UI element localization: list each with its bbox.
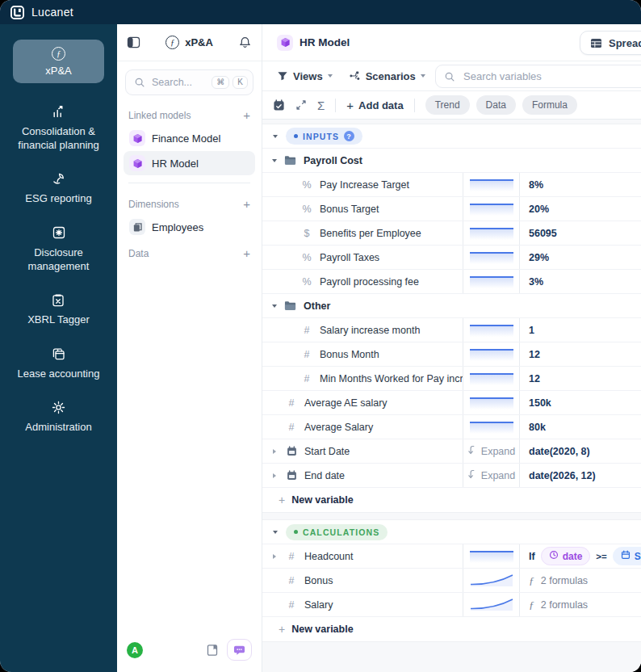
sidebar-item-label: Consolidation & financial planning <box>5 125 112 152</box>
bell-icon[interactable] <box>238 36 252 49</box>
table-row[interactable]: #Bonusƒ2 formulas <box>262 569 641 593</box>
collapse-caret-icon[interactable] <box>273 135 278 138</box>
section-header-row[interactable]: INPUTS? <box>262 124 641 149</box>
panel-item[interactable]: Finance Model <box>124 126 255 150</box>
add-data-button[interactable]: + <box>243 247 250 259</box>
table-row[interactable]: #Average Salary80k <box>262 415 641 439</box>
variable-trend-cell[interactable] <box>463 318 520 342</box>
variable-value-cell[interactable]: 56095 <box>520 221 641 245</box>
panel-item[interactable]: HR Model <box>124 151 255 175</box>
folder-row[interactable]: Other <box>262 294 641 318</box>
table-row[interactable]: Start DateExpanddate(2020, 8) <box>262 439 641 464</box>
collapse-caret-icon[interactable] <box>272 304 277 308</box>
dollar-icon: $ <box>301 228 312 239</box>
variable-value-cell[interactable]: 80k <box>520 415 641 439</box>
expand-caret-icon[interactable] <box>273 473 276 478</box>
table-row[interactable]: End dateExpanddate(2026, 12) <box>262 464 641 488</box>
sidebar-item-xbrl[interactable]: XBRL Tagger <box>23 292 94 327</box>
table-row[interactable]: #Salaryƒ2 formulas <box>262 593 641 617</box>
add-dimensions-button[interactable]: + <box>243 198 250 210</box>
variable-trend-cell[interactable] <box>463 221 520 245</box>
expand-caret-icon[interactable] <box>273 449 276 454</box>
table-row[interactable]: $Benefits per Employee56095 <box>262 221 641 246</box>
variable-value-cell[interactable]: 3% <box>520 270 641 293</box>
variable-value-cell[interactable]: date(2026, 12) <box>520 464 641 487</box>
table-toolbar: Σ + Add data TrendDataFormula <box>262 91 641 120</box>
variable-trend-cell[interactable]: Expand <box>463 464 520 487</box>
expand-arrows-icon[interactable] <box>295 99 307 111</box>
variable-search-input[interactable] <box>462 69 641 83</box>
panel-item[interactable]: Employees <box>124 215 255 239</box>
variable-trend-cell[interactable]: Expand <box>463 439 520 463</box>
chat-button[interactable] <box>227 639 252 661</box>
table-row[interactable]: %Payroll Taxes29% <box>262 246 641 270</box>
pill-formula[interactable]: Formula <box>522 95 577 115</box>
table-row[interactable]: #Average AE salary150k <box>262 391 641 415</box>
sidebar-item-disclosure[interactable]: Disclosure management <box>0 225 117 273</box>
help-icon[interactable]: ? <box>344 131 354 141</box>
table-row[interactable]: %Payroll processing fee3% <box>262 270 641 294</box>
variable-value-cell[interactable]: 20% <box>520 197 641 220</box>
variable-trend-cell[interactable] <box>463 173 520 196</box>
variable-trend-cell[interactable] <box>463 544 520 568</box>
variable-trend-cell[interactable] <box>463 367 520 390</box>
sidebar-item-consolidation[interactable]: Consolidation & financial planning <box>0 104 117 152</box>
table-row[interactable]: %Bonus Target20% <box>262 197 641 221</box>
section-header-row[interactable]: CALCULATIONS <box>262 520 641 544</box>
panel-search[interactable]: ⌘K <box>125 69 253 95</box>
docs-book-icon[interactable] <box>206 644 219 657</box>
new-variable-row[interactable]: +New variable <box>262 617 641 641</box>
scenarios-dropdown[interactable]: Scenarios <box>344 70 430 82</box>
variable-trend-cell[interactable] <box>463 569 520 592</box>
variable-value-cell[interactable]: ƒ2 formulas <box>520 569 641 592</box>
variable-value-cell[interactable]: date(2020, 8) <box>520 439 641 463</box>
collapse-caret-icon[interactable] <box>272 159 277 162</box>
panel-toggle-icon[interactable] <box>127 36 140 48</box>
calendar-check-icon[interactable] <box>273 99 285 111</box>
table-row[interactable]: #HeadcountIfdate>=Start Date <box>262 544 641 569</box>
sidebar-item-esg[interactable]: ESG reporting <box>20 171 96 206</box>
add-data-button[interactable]: + Add data <box>346 99 403 112</box>
expand-button[interactable]: Expand <box>467 445 515 457</box>
variable-value-cell[interactable]: 29% <box>520 246 641 269</box>
table-row[interactable]: %Pay Increase Target8% <box>262 173 641 197</box>
fx-circle-icon: ƒ <box>52 47 65 61</box>
variable-value-cell[interactable]: 12 <box>520 342 641 366</box>
spreadsheet-button[interactable]: Spreads <box>580 31 641 55</box>
variable-value-cell[interactable]: 150k <box>520 391 641 414</box>
sigma-icon[interactable]: Σ <box>317 99 325 112</box>
variable-value-cell[interactable]: 8% <box>520 173 641 196</box>
pill-trend[interactable]: Trend <box>425 95 470 115</box>
table-row[interactable]: #Salary increase month1 <box>262 318 641 342</box>
variable-value-cell[interactable]: 1 <box>520 318 641 342</box>
pill-data[interactable]: Data <box>476 95 516 115</box>
variable-value: 56095 <box>529 228 557 239</box>
variable-trend-cell[interactable] <box>463 391 520 414</box>
variable-value-cell[interactable]: 12 <box>520 367 641 390</box>
expand-caret-icon[interactable] <box>273 554 276 559</box>
sidebar-item-xpa[interactable]: ƒxP&A <box>13 40 104 83</box>
views-dropdown[interactable]: Views <box>272 70 337 82</box>
formula-token-date[interactable]: date <box>541 547 591 565</box>
sidebar-item-lease[interactable]: Lease accounting <box>13 346 105 381</box>
variable-search[interactable] <box>435 65 641 88</box>
table-row[interactable]: #Bonus Month12 <box>262 342 641 367</box>
variable-trend-cell[interactable] <box>463 197 520 220</box>
variable-value-cell[interactable]: Ifdate>=Start Date <box>520 544 641 568</box>
add-linked-models-button[interactable]: + <box>243 109 250 121</box>
variable-trend-cell[interactable] <box>463 270 520 293</box>
table-row[interactable]: #Min Months Worked for Pay increase12 <box>262 367 641 391</box>
sidebar-item-administration[interactable]: Administration <box>20 400 96 435</box>
expand-button[interactable]: Expand <box>467 469 515 481</box>
search-input[interactable] <box>150 76 202 89</box>
variable-trend-cell[interactable] <box>463 342 520 366</box>
folder-row[interactable]: Payroll Cost <box>262 149 641 173</box>
variable-trend-cell[interactable] <box>463 246 520 269</box>
variable-trend-cell[interactable] <box>463 593 520 616</box>
formula-token-start-date[interactable]: Start Date <box>613 547 641 565</box>
variable-trend-cell[interactable] <box>463 415 520 439</box>
new-variable-row[interactable]: +New variable <box>262 488 641 512</box>
variable-value-cell[interactable]: ƒ2 formulas <box>520 593 641 616</box>
avatar[interactable]: A <box>127 642 143 658</box>
collapse-caret-icon[interactable] <box>273 531 278 534</box>
